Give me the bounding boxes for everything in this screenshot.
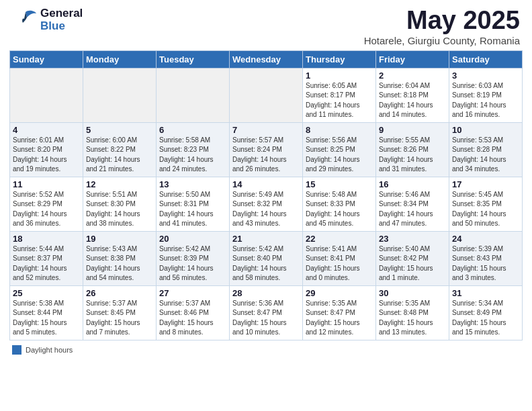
day-info: Sunrise: 5:42 AM Sunset: 8:39 PM Dayligh… xyxy=(159,245,214,282)
calendar-cell: 10Sunrise: 5:53 AM Sunset: 8:28 PM Dayli… xyxy=(449,122,523,177)
day-info: Sunrise: 5:42 AM Sunset: 8:40 PM Dayligh… xyxy=(232,245,287,282)
day-info: Sunrise: 5:38 AM Sunset: 8:44 PM Dayligh… xyxy=(13,300,67,336)
day-info: Sunrise: 5:34 AM Sunset: 8:49 PM Dayligh… xyxy=(452,300,506,336)
day-info: Sunrise: 5:43 AM Sunset: 8:38 PM Dayligh… xyxy=(86,245,140,282)
day-info: Sunrise: 5:56 AM Sunset: 8:25 PM Dayligh… xyxy=(306,136,360,173)
logo-bird-icon xyxy=(12,7,39,34)
day-info: Sunrise: 5:45 AM Sunset: 8:35 PM Dayligh… xyxy=(452,191,506,228)
calendar-day-header: Tuesday xyxy=(157,50,230,68)
day-number: 25 xyxy=(13,288,80,298)
daylight-color-swatch xyxy=(12,345,21,355)
day-number: 4 xyxy=(13,125,80,135)
calendar-table: SundayMondayTuesdayWednesdayThursdayFrid… xyxy=(9,50,523,340)
day-info: Sunrise: 6:00 AM Sunset: 8:22 PM Dayligh… xyxy=(86,136,140,173)
day-number: 26 xyxy=(86,288,153,298)
day-info: Sunrise: 5:44 AM Sunset: 8:37 PM Dayligh… xyxy=(13,245,67,282)
day-info: Sunrise: 5:55 AM Sunset: 8:26 PM Dayligh… xyxy=(379,136,433,173)
day-number: 29 xyxy=(306,288,373,298)
logo-blue: Blue xyxy=(40,20,83,33)
day-number: 19 xyxy=(86,234,153,244)
day-info: Sunrise: 5:51 AM Sunset: 8:30 PM Dayligh… xyxy=(86,191,140,228)
calendar-cell: 30Sunrise: 5:35 AM Sunset: 8:48 PM Dayli… xyxy=(376,285,449,340)
calendar-week-row: 1Sunrise: 6:05 AM Sunset: 8:17 PM Daylig… xyxy=(10,68,523,122)
day-info: Sunrise: 6:05 AM Sunset: 8:17 PM Dayligh… xyxy=(306,82,360,119)
day-info: Sunrise: 6:04 AM Sunset: 8:18 PM Dayligh… xyxy=(379,82,433,119)
calendar-cell: 18Sunrise: 5:44 AM Sunset: 8:37 PM Dayli… xyxy=(10,231,83,285)
day-number: 21 xyxy=(232,234,300,244)
day-number: 9 xyxy=(379,125,446,135)
daylight-label: Daylight hours xyxy=(26,346,73,354)
calendar-day-header: Thursday xyxy=(303,50,376,68)
day-info: Sunrise: 5:46 AM Sunset: 8:34 PM Dayligh… xyxy=(379,191,433,228)
day-info: Sunrise: 5:35 AM Sunset: 8:48 PM Dayligh… xyxy=(379,300,433,336)
calendar-day-header: Sunday xyxy=(10,50,83,68)
calendar-cell: 16Sunrise: 5:46 AM Sunset: 8:34 PM Dayli… xyxy=(376,177,449,231)
title-area: May 2025 Hotarele, Giurgiu County, Roman… xyxy=(364,7,520,46)
logo-general: General xyxy=(40,7,83,20)
calendar-cell xyxy=(230,68,303,122)
calendar-cell: 23Sunrise: 5:40 AM Sunset: 8:42 PM Dayli… xyxy=(376,231,449,285)
day-info: Sunrise: 5:35 AM Sunset: 8:47 PM Dayligh… xyxy=(306,300,360,336)
calendar-week-row: 4Sunrise: 6:01 AM Sunset: 8:20 PM Daylig… xyxy=(10,122,523,177)
day-number: 24 xyxy=(452,234,519,244)
day-info: Sunrise: 6:01 AM Sunset: 8:20 PM Dayligh… xyxy=(13,136,67,173)
calendar-cell: 6Sunrise: 5:58 AM Sunset: 8:23 PM Daylig… xyxy=(157,122,230,177)
calendar-header-row: SundayMondayTuesdayWednesdayThursdayFrid… xyxy=(10,50,523,68)
day-info: Sunrise: 6:03 AM Sunset: 8:19 PM Dayligh… xyxy=(452,82,506,119)
location-title: Hotarele, Giurgiu County, Romania xyxy=(364,35,520,46)
month-title: May 2025 xyxy=(364,7,520,35)
day-number: 18 xyxy=(13,234,80,244)
calendar-cell: 19Sunrise: 5:43 AM Sunset: 8:38 PM Dayli… xyxy=(83,231,157,285)
day-info: Sunrise: 5:53 AM Sunset: 8:28 PM Dayligh… xyxy=(452,136,506,173)
calendar-day-header: Wednesday xyxy=(230,50,303,68)
day-info: Sunrise: 5:57 AM Sunset: 8:24 PM Dayligh… xyxy=(232,136,287,173)
day-info: Sunrise: 5:49 AM Sunset: 8:32 PM Dayligh… xyxy=(232,191,287,228)
day-info: Sunrise: 5:37 AM Sunset: 8:45 PM Dayligh… xyxy=(86,300,140,336)
day-number: 22 xyxy=(306,234,373,244)
day-number: 12 xyxy=(86,179,153,189)
footer: Daylight hours xyxy=(0,342,532,358)
day-number: 16 xyxy=(379,179,446,189)
day-number: 6 xyxy=(159,125,226,135)
calendar-cell: 2Sunrise: 6:04 AM Sunset: 8:18 PM Daylig… xyxy=(376,68,449,122)
logo: General Blue xyxy=(12,7,83,34)
calendar-day-header: Saturday xyxy=(449,50,523,68)
calendar-cell: 28Sunrise: 5:36 AM Sunset: 8:47 PM Dayli… xyxy=(230,285,303,340)
calendar-cell: 15Sunrise: 5:48 AM Sunset: 8:33 PM Dayli… xyxy=(303,177,376,231)
calendar-cell: 20Sunrise: 5:42 AM Sunset: 8:39 PM Dayli… xyxy=(157,231,230,285)
calendar-cell: 25Sunrise: 5:38 AM Sunset: 8:44 PM Dayli… xyxy=(10,285,83,340)
day-number: 27 xyxy=(159,288,226,298)
day-info: Sunrise: 5:39 AM Sunset: 8:43 PM Dayligh… xyxy=(452,245,506,282)
day-number: 28 xyxy=(232,288,300,298)
day-number: 8 xyxy=(306,125,373,135)
calendar-cell: 14Sunrise: 5:49 AM Sunset: 8:32 PM Dayli… xyxy=(230,177,303,231)
day-number: 20 xyxy=(159,234,226,244)
day-number: 23 xyxy=(379,234,446,244)
calendar-cell: 5Sunrise: 6:00 AM Sunset: 8:22 PM Daylig… xyxy=(83,122,157,177)
calendar-cell: 7Sunrise: 5:57 AM Sunset: 8:24 PM Daylig… xyxy=(230,122,303,177)
day-number: 1 xyxy=(306,71,373,81)
calendar-cell xyxy=(10,68,83,122)
day-info: Sunrise: 5:48 AM Sunset: 8:33 PM Dayligh… xyxy=(306,191,360,228)
day-number: 7 xyxy=(232,125,300,135)
calendar-cell: 11Sunrise: 5:52 AM Sunset: 8:29 PM Dayli… xyxy=(10,177,83,231)
calendar-cell: 1Sunrise: 6:05 AM Sunset: 8:17 PM Daylig… xyxy=(303,68,376,122)
day-number: 13 xyxy=(159,179,226,189)
day-number: 10 xyxy=(452,125,519,135)
day-number: 17 xyxy=(452,179,519,189)
header: General Blue May 2025 Hotarele, Giurgiu … xyxy=(0,0,532,50)
day-info: Sunrise: 5:58 AM Sunset: 8:23 PM Dayligh… xyxy=(159,136,214,173)
calendar-cell: 22Sunrise: 5:41 AM Sunset: 8:41 PM Dayli… xyxy=(303,231,376,285)
calendar-cell: 29Sunrise: 5:35 AM Sunset: 8:47 PM Dayli… xyxy=(303,285,376,340)
calendar-cell: 3Sunrise: 6:03 AM Sunset: 8:19 PM Daylig… xyxy=(449,68,523,122)
day-info: Sunrise: 5:52 AM Sunset: 8:29 PM Dayligh… xyxy=(13,191,67,228)
calendar-cell: 9Sunrise: 5:55 AM Sunset: 8:26 PM Daylig… xyxy=(376,122,449,177)
calendar-week-row: 25Sunrise: 5:38 AM Sunset: 8:44 PM Dayli… xyxy=(10,285,523,340)
logo-text: General Blue xyxy=(40,7,83,32)
calendar-week-row: 11Sunrise: 5:52 AM Sunset: 8:29 PM Dayli… xyxy=(10,177,523,231)
day-number: 30 xyxy=(379,288,446,298)
calendar-cell: 12Sunrise: 5:51 AM Sunset: 8:30 PM Dayli… xyxy=(83,177,157,231)
calendar-cell: 21Sunrise: 5:42 AM Sunset: 8:40 PM Dayli… xyxy=(230,231,303,285)
calendar-cell: 4Sunrise: 6:01 AM Sunset: 8:20 PM Daylig… xyxy=(10,122,83,177)
day-number: 15 xyxy=(306,179,373,189)
